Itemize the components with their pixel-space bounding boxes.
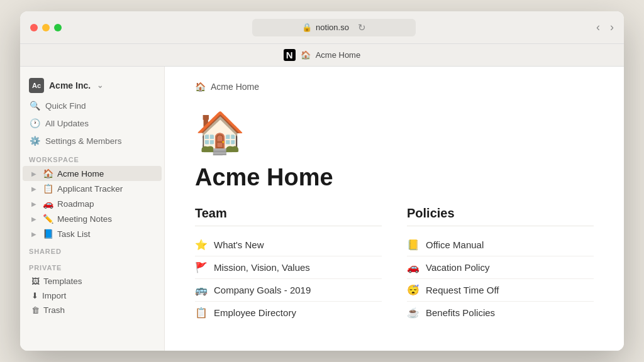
sidebar-item-templates-label: Templates <box>43 277 82 286</box>
vacation-policy-label: Vacation Policy <box>426 262 489 273</box>
titlebar: 🔒 notion.so ↻ ‹ › <box>20 11 624 44</box>
sidebar-action-quick-find-label: Quick Find <box>45 101 86 111</box>
sidebar-item-acme-home-label: Acme Home <box>57 169 104 178</box>
mission-label: Mission, Vision, Values <box>214 262 310 273</box>
sidebar-action-all-updates-label: All Updates <box>45 119 89 128</box>
chevron-icon: ▶ <box>31 216 39 222</box>
main-content: 🏠 Acme Home 🏠 Acme Home Team ⭐ What's Ne… <box>165 67 624 351</box>
chevron-icon: ▶ <box>31 200 39 207</box>
workspace-chevron: ⌄ <box>97 81 103 90</box>
traffic-lights <box>30 24 62 31</box>
list-item[interactable]: 📒 Office Manual <box>407 234 594 256</box>
list-item[interactable]: 🚌 Company Goals - 2019 <box>195 279 382 302</box>
list-item[interactable]: 🚩 Mission, Vision, Values <box>195 256 382 279</box>
sidebar-item-meeting-notes[interactable]: ▶ ✏️ Meeting Notes <box>23 211 162 226</box>
meeting-notes-icon: ✏️ <box>43 214 53 224</box>
minimize-button[interactable] <box>42 24 50 31</box>
sidebar-item-import-label: Import <box>42 291 66 300</box>
sidebar-item-task-list[interactable]: ▶ 📘 Task List <box>23 226 162 241</box>
sidebar-item-acme-home[interactable]: ▶ 🏠 Acme Home <box>23 166 162 181</box>
benefits-policies-label: Benefits Policies <box>426 307 495 318</box>
trash-icon: 🗑 <box>31 305 40 315</box>
sidebar-item-roadmap[interactable]: ▶ 🚗 Roadmap <box>23 196 162 211</box>
shared-section-label: SHARED <box>20 241 164 258</box>
gear-icon: ⚙️ <box>29 135 40 146</box>
office-manual-label: Office Manual <box>426 239 484 250</box>
roadmap-icon: 🚗 <box>43 199 53 209</box>
sidebar-action-all-updates[interactable]: 🕐 All Updates <box>20 114 164 132</box>
workspace-header[interactable]: Ac Acme Inc. ⌄ <box>20 74 164 97</box>
sidebar-item-meeting-notes-label: Meeting Notes <box>57 214 112 224</box>
sidebar-action-quick-find[interactable]: 🔍 Quick Find <box>20 97 164 114</box>
reload-icon[interactable]: ↻ <box>358 22 366 33</box>
breadcrumb: 🏠 Acme Home <box>195 82 594 97</box>
list-item[interactable]: 📋 Employee Directory <box>195 302 382 324</box>
company-goals-label: Company Goals - 2019 <box>214 285 311 295</box>
sidebar-item-trash-label: Trash <box>43 305 65 315</box>
mission-icon: 🚩 <box>195 261 208 273</box>
team-section: Team ⭐ What's New 🚩 Mission, Vision, Val… <box>195 206 382 324</box>
tab-page-emoji: 🏠 <box>301 50 311 60</box>
forward-button[interactable]: › <box>610 21 614 34</box>
applicant-tracker-icon: 📋 <box>43 184 53 194</box>
back-button[interactable]: ‹ <box>596 21 600 34</box>
app-body: Ac Acme Inc. ⌄ 🔍 Quick Find 🕐 All Update… <box>20 67 624 351</box>
request-time-off-label: Request Time Off <box>426 285 499 295</box>
company-goals-icon: 🚌 <box>195 284 208 296</box>
sidebar-item-import[interactable]: ⬇ Import <box>23 288 162 303</box>
browser-window: 🔒 notion.so ↻ ‹ › N 🏠 Acme Home Ac Acme … <box>20 11 624 351</box>
breadcrumb-text: Acme Home <box>211 82 259 92</box>
templates-icon: 🖼 <box>31 277 40 286</box>
search-icon: 🔍 <box>29 100 40 111</box>
nav-buttons: ‹ › <box>596 21 614 34</box>
benefits-policies-icon: ☕ <box>407 307 419 319</box>
sidebar-item-templates[interactable]: 🖼 Templates <box>23 274 162 288</box>
import-icon: ⬇ <box>31 291 38 300</box>
chevron-icon: ▶ <box>31 231 39 238</box>
close-button[interactable] <box>30 24 38 31</box>
list-item[interactable]: ⭐ What's New <box>195 234 382 256</box>
lock-icon: 🔒 <box>302 23 312 32</box>
policies-section-heading: Policies <box>407 206 594 226</box>
breadcrumb-emoji: 🏠 <box>195 82 206 92</box>
list-item[interactable]: 🚗 Vacation Policy <box>407 256 594 279</box>
page-title: Acme Home <box>195 164 594 191</box>
workspace-icon: Ac <box>29 78 44 93</box>
sidebar: Ac Acme Inc. ⌄ 🔍 Quick Find 🕐 All Update… <box>20 67 165 351</box>
url-input[interactable]: 🔒 notion.so ↻ <box>252 19 416 36</box>
tab-page-title: Acme Home <box>316 50 361 60</box>
sidebar-action-settings[interactable]: ⚙️ Settings & Members <box>20 132 164 150</box>
sidebar-item-applicant-tracker[interactable]: ▶ 📋 Applicant Tracker <box>23 181 162 196</box>
list-item[interactable]: ☕ Benefits Policies <box>407 302 594 324</box>
clock-icon: 🕐 <box>29 118 40 129</box>
sidebar-item-task-list-label: Task List <box>57 229 91 239</box>
policies-list: 📒 Office Manual 🚗 Vacation Policy 😴 Requ… <box>407 234 594 324</box>
sidebar-item-roadmap-label: Roadmap <box>57 199 94 209</box>
task-list-icon: 📘 <box>43 229 53 239</box>
sidebar-item-applicant-tracker-label: Applicant Tracker <box>57 184 123 194</box>
employee-directory-label: Employee Directory <box>214 307 296 318</box>
url-text: notion.so <box>316 23 349 32</box>
vacation-policy-icon: 🚗 <box>407 261 419 273</box>
workspace-name: Acme Inc. <box>49 80 91 90</box>
team-section-heading: Team <box>195 206 382 226</box>
whats-new-label: What's New <box>214 239 264 250</box>
notion-icon: N <box>284 49 296 61</box>
chevron-icon: ▶ <box>31 185 39 192</box>
content-grid: Team ⭐ What's New 🚩 Mission, Vision, Val… <box>195 206 594 324</box>
sidebar-action-settings-label: Settings & Members <box>45 136 122 146</box>
acme-home-icon: 🏠 <box>43 168 53 178</box>
workspace-section-label: WORKSPACE <box>20 150 164 166</box>
page-icon: 🏠 <box>195 109 594 156</box>
private-section-label: PRIVATE <box>20 258 164 274</box>
office-manual-icon: 📒 <box>407 239 419 251</box>
sidebar-item-trash[interactable]: 🗑 Trash <box>23 303 162 317</box>
chevron-icon: ▶ <box>31 170 39 177</box>
whats-new-icon: ⭐ <box>195 239 208 251</box>
request-time-off-icon: 😴 <box>407 284 419 296</box>
team-list: ⭐ What's New 🚩 Mission, Vision, Values 🚌… <box>195 234 382 324</box>
maximize-button[interactable] <box>54 24 62 31</box>
tabbar: N 🏠 Acme Home <box>20 44 624 67</box>
list-item[interactable]: 😴 Request Time Off <box>407 279 594 302</box>
employee-directory-icon: 📋 <box>195 307 208 319</box>
